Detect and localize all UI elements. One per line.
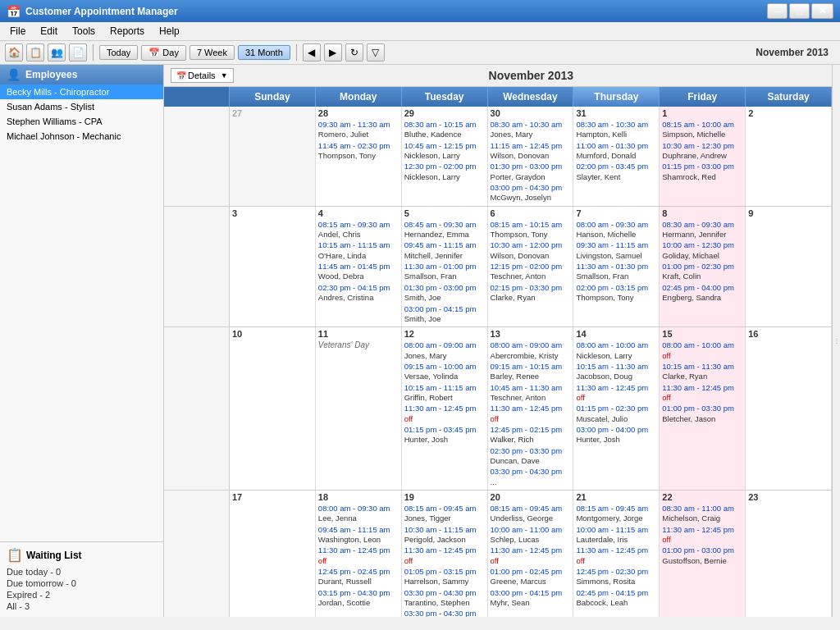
menu-item-help[interactable]: Help	[153, 24, 186, 39]
appt-entry-w3d1a0[interactable]: 08:00 am - 09:30 amLee, Jenna	[318, 504, 399, 524]
appt-entry-w3d2a5[interactable]: 03:30 pm - 04:30 pmGagne, Andy	[404, 609, 485, 617]
appt-entry-w2d2a4[interactable]: 01:15 pm - 03:45 pmHunter, Josh	[404, 425, 485, 445]
close-button[interactable]: ✕	[811, 3, 833, 19]
appt-entry-w0d3a1[interactable]: 11:15 am - 12:45 pmWilson, Donovan	[491, 141, 571, 162]
appt-entry-w1d3a1[interactable]: 10:30 am - 12:00 pmWilson, Donovan	[491, 240, 571, 261]
day-cell-w0d6[interactable]: 2	[746, 107, 832, 206]
appt-entry-w3d5a0[interactable]: 08:30 am - 11:00 amMichelson, Craig	[662, 504, 742, 524]
day-cell-w3d3[interactable]: 2008:15 am - 09:45 amUnderliss, George10…	[488, 491, 574, 617]
appt-entry-w1d1a3[interactable]: 02:30 pm - 04:15 pmAndres, Cristina	[318, 283, 399, 304]
appt-entry-w1d2a2[interactable]: 11:30 am - 01:00 pmSmallson, Fran	[404, 262, 485, 282]
appt-entry-w0d2a0[interactable]: 08:30 am - 10:15 amBluthe, Kadence	[404, 120, 485, 140]
appt-entry-w3d2a2[interactable]: 11:30 am - 12:45 pm off	[404, 546, 485, 566]
appt-entry-w1d5a0[interactable]: 08:30 am - 09:30 amHermann, Jennifer	[662, 220, 742, 240]
refresh-button[interactable]: ↻	[345, 43, 363, 62]
appt-entry-w1d5a1[interactable]: 10:00 am - 12:30 pmGoliday, Michael	[662, 240, 742, 261]
appt-entry-w3d1a1[interactable]: 09:45 am - 11:15 amWashington, Leon	[318, 525, 399, 546]
appt-entry-w2d3a6[interactable]: 03:30 pm - 04:30 pm...	[491, 467, 571, 487]
day-cell-w2d5[interactable]: 1508:00 am - 10:00 am off10:15 am - 11:3…	[660, 327, 746, 490]
appt-entry-w0d4a2[interactable]: 02:00 pm - 03:45 pmSlayter, Kent	[576, 162, 656, 182]
appt-entry-w1d3a0[interactable]: 08:15 am - 10:15 amThompson, Tony	[491, 220, 571, 240]
appt-entry-w0d1a0[interactable]: 09:30 am - 11:30 amRomero, Juliet	[318, 120, 399, 140]
appt-entry-w3d3a3[interactable]: 01:00 pm - 02:45 pmGreene, Marcus	[491, 567, 571, 587]
appt-entry-w2d4a3[interactable]: 01:15 pm - 02:30 pmMuscatel, Julio	[576, 404, 656, 424]
day-cell-w3d4[interactable]: 2108:15 am - 09:45 amMontgomery, Jorge10…	[573, 491, 660, 617]
appt-entry-w1d2a1[interactable]: 09:45 am - 11:15 amMitchell, Jennifer	[404, 240, 485, 261]
appt-entry-w2d2a1[interactable]: 09:15 am - 10:00 amVersae, Yolinda	[404, 362, 485, 382]
employee-item-1[interactable]: Susan Adams - Stylist	[0, 99, 163, 114]
appt-entry-w2d3a1[interactable]: 09:15 am - 10:15 amBarley, Renee	[491, 362, 571, 382]
appt-entry-w1d4a1[interactable]: 09:30 am - 11:15 amLivingston, Samuel	[576, 240, 656, 261]
day-cell-w3d5[interactable]: 2208:30 am - 11:00 amMichelson, Craig11:…	[660, 491, 746, 617]
appt-entry-w3d4a4[interactable]: 02:45 pm - 04:15 pmBabcock, Leah	[576, 588, 656, 609]
appt-entry-w2d5a1[interactable]: 10:15 am - 11:30 amClarke, Ryan	[662, 362, 742, 382]
appt-entry-w3d5a1[interactable]: 11:30 am - 12:45 pm off	[662, 525, 742, 546]
employee-item-2[interactable]: Stephen Williams - CPA	[0, 114, 163, 129]
day-cell-w1d3[interactable]: 608:15 am - 10:15 amThompson, Tony10:30 …	[488, 207, 574, 326]
icon-btn-1[interactable]: 🏠	[5, 43, 23, 62]
employee-item-3[interactable]: Michael Johnson - Mechanic	[0, 129, 163, 144]
appt-entry-w2d2a0[interactable]: 08:00 am - 09:00 amJones, Mary	[404, 340, 485, 361]
minimize-button[interactable]: ─	[767, 3, 788, 19]
appt-entry-w2d5a0[interactable]: 08:00 am - 10:00 am off	[662, 340, 742, 361]
appt-entry-w0d3a2[interactable]: 01:30 pm - 03:00 pmPorter, Graydon	[491, 162, 571, 182]
day-cell-w2d0[interactable]: 10	[230, 327, 316, 490]
appt-entry-w3d3a2[interactable]: 11:30 am - 12:45 pm off	[491, 546, 571, 566]
appt-entry-w3d3a0[interactable]: 08:15 am - 09:45 amUnderliss, George	[491, 504, 571, 524]
appt-entry-w0d4a1[interactable]: 11:00 am - 01:30 pmMumford, Donald	[576, 141, 656, 162]
appt-entry-w3d1a3[interactable]: 12:45 pm - 02:45 pmDurant, Russell	[318, 567, 399, 587]
appt-entry-w1d4a3[interactable]: 02:00 pm - 03:15 pmThompson, Tony	[576, 283, 656, 304]
details-select[interactable]: 📅 Details ▼	[171, 68, 234, 83]
menu-item-edit[interactable]: Edit	[34, 24, 64, 39]
appt-entry-w0d1a1[interactable]: 11:45 am - 02:30 pmThompson, Tony	[318, 141, 399, 162]
day-cell-w0d5[interactable]: 108:15 am - 10:00 amSimpson, Michelle10:…	[660, 107, 746, 206]
appt-entry-w1d5a2[interactable]: 01:00 pm - 02:30 pmKraft, Colin	[662, 262, 742, 282]
appt-entry-w1d2a0[interactable]: 08:45 am - 09:30 amHernandez, Emma	[404, 220, 485, 240]
day-cell-w0d0[interactable]: 27	[230, 107, 316, 206]
appt-entry-w1d4a2[interactable]: 11:30 am - 01:30 pmSmallson, Fran	[576, 262, 656, 282]
appt-entry-w3d4a1[interactable]: 10:00 am - 11:15 amLauterdale, Iris	[576, 525, 656, 546]
day-cell-w1d5[interactable]: 808:30 am - 09:30 amHermann, Jennifer10:…	[660, 207, 746, 326]
week-button[interactable]: 7Week	[189, 45, 235, 60]
appt-entry-w1d1a1[interactable]: 10:15 am - 11:15 amO'Hare, Linda	[318, 240, 399, 261]
appt-entry-w2d5a3[interactable]: 01:00 pm - 03:30 pmBletcher, Jason	[662, 404, 742, 424]
month-button[interactable]: 31Month	[238, 45, 290, 60]
appt-entry-w2d3a3[interactable]: 11:30 am - 12:45 pm off	[491, 404, 571, 424]
appt-entry-w0d4a0[interactable]: 08:30 am - 10:30 amHampton, Kelli	[576, 120, 656, 140]
menu-item-tools[interactable]: Tools	[66, 24, 102, 39]
appt-entry-w0d3a3[interactable]: 03:00 pm - 04:30 pmMcGwyn, Joselyn	[491, 183, 571, 203]
appt-entry-w3d1a2[interactable]: 11:30 am - 12:45 pm off	[318, 546, 399, 566]
appt-entry-w0d5a2[interactable]: 01:15 pm - 03:00 pmShamrock, Red	[662, 162, 742, 182]
day-cell-w1d4[interactable]: 708:00 am - 09:30 amHanson, Michelle09:3…	[573, 207, 660, 326]
appt-entry-w2d5a2[interactable]: 11:30 am - 12:45 pm off	[662, 383, 742, 404]
today-button[interactable]: Today	[99, 45, 138, 60]
appt-entry-w3d4a3[interactable]: 12:45 pm - 02:30 pmSimmons, Rosita	[576, 567, 656, 587]
appt-entry-w3d5a2[interactable]: 01:00 pm - 03:00 pmGustoffson, Bernie	[662, 546, 742, 566]
appt-entry-w2d4a1[interactable]: 10:15 am - 11:30 amJacobson, Doug	[576, 362, 656, 382]
appt-entry-w1d1a2[interactable]: 11:45 am - 01:45 pmWood, Debra	[318, 262, 399, 282]
appt-entry-w3d2a0[interactable]: 08:15 am - 09:45 amJones, Tigger	[404, 504, 485, 524]
appt-entry-w0d5a1[interactable]: 10:30 am - 12:30 pmDuphrane, Andrew	[662, 141, 742, 162]
appt-entry-w0d2a2[interactable]: 12:30 pm - 02:00 pmNickleson, Larry	[404, 162, 485, 182]
appt-entry-w1d3a3[interactable]: 02:15 pm - 03:30 pmClarke, Ryan	[491, 283, 571, 304]
day-cell-w2d4[interactable]: 1408:00 am - 10:00 amNickleson, Larry10:…	[573, 327, 660, 490]
filter-button[interactable]: ▽	[367, 43, 385, 62]
appt-entry-w1d4a0[interactable]: 08:00 am - 09:30 amHanson, Michelle	[576, 220, 656, 240]
day-button[interactable]: 📅Day	[141, 45, 186, 61]
day-cell-w2d1[interactable]: 11Veterans' Day	[316, 327, 402, 490]
day-cell-w2d6[interactable]: 16	[746, 327, 832, 490]
menu-item-file[interactable]: File	[3, 24, 32, 39]
prev-button[interactable]: ◀	[303, 43, 321, 62]
resize-grip[interactable]: ⋮	[832, 65, 840, 617]
appt-entry-w2d4a0[interactable]: 08:00 am - 10:00 amNickleson, Larry	[576, 340, 656, 361]
appt-entry-w2d2a2[interactable]: 10:15 am - 11:15 amGriffin, Robert	[404, 383, 485, 404]
day-cell-w0d1[interactable]: 2809:30 am - 11:30 amRomero, Juliet11:45…	[316, 107, 402, 206]
appt-entry-w3d3a4[interactable]: 03:00 pm - 04:15 pmMyhr, Sean	[491, 588, 571, 609]
appt-entry-w3d2a3[interactable]: 01:05 pm - 03:15 pmHarrelson, Sammy	[404, 567, 485, 587]
day-cell-w1d6[interactable]: 9	[746, 207, 832, 326]
calendar-grid[interactable]: Sunday Monday Tuesday Wednesday Thursday…	[164, 87, 832, 617]
day-cell-w2d3[interactable]: 1308:00 am - 09:00 amAbercrombie, Kristy…	[488, 327, 574, 490]
appt-entry-w2d3a5[interactable]: 02:30 pm - 03:30 pmDuncan, Dave	[491, 446, 571, 467]
appt-entry-w2d4a2[interactable]: 11:30 am - 12:45 pm off	[576, 383, 656, 404]
appt-entry-w2d2a3[interactable]: 11:30 am - 12:45 pm off	[404, 404, 485, 424]
